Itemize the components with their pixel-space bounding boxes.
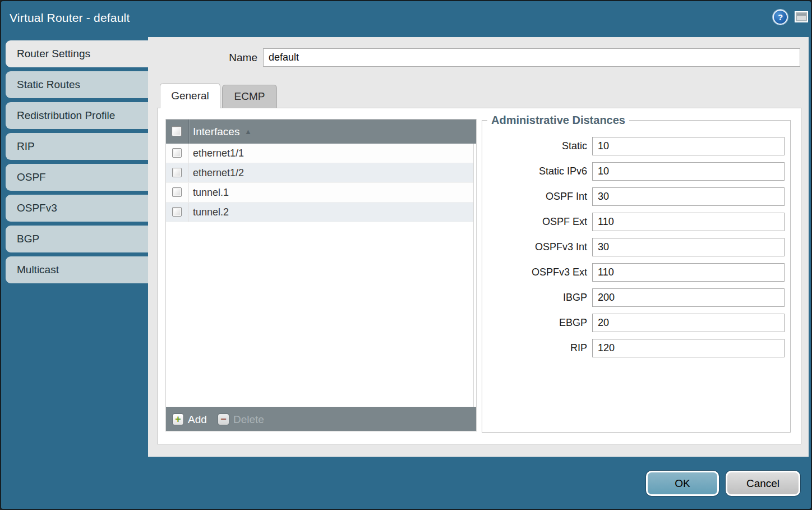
table-row[interactable]: tunnel.1 bbox=[166, 183, 476, 203]
select-all-checkbox[interactable] bbox=[172, 126, 182, 136]
virtual-router-dialog: Virtual Router - default ? Router Settin… bbox=[0, 0, 812, 510]
ok-button[interactable]: OK bbox=[646, 471, 719, 496]
field-row-ebgp: EBGP bbox=[482, 314, 785, 332]
ospf-ext-input[interactable] bbox=[592, 213, 785, 231]
field-label: Static IPv6 bbox=[482, 166, 592, 177]
window-icon-inner bbox=[797, 13, 806, 20]
field-row-static: Static bbox=[482, 137, 785, 155]
sidebar-item-ospf[interactable]: OSPF bbox=[6, 164, 149, 191]
field-row-ibgp: IBGP bbox=[482, 288, 785, 307]
field-label: IBGP bbox=[482, 292, 592, 304]
sort-ascending-icon[interactable]: ▲ bbox=[244, 120, 252, 144]
delete-button[interactable]: −Delete bbox=[218, 407, 264, 431]
column-divider bbox=[188, 163, 189, 182]
sidebar-item-bgp[interactable]: BGP bbox=[6, 226, 149, 252]
table-row[interactable]: ethernet1/1 bbox=[166, 144, 476, 163]
ebgp-input[interactable] bbox=[592, 314, 785, 332]
rip-input[interactable] bbox=[592, 339, 785, 357]
plus-icon: + bbox=[172, 413, 184, 425]
interfaces-table-footer: +Add −Delete bbox=[166, 407, 476, 431]
field-label: OSPFv3 Int bbox=[482, 241, 592, 253]
field-row-ospf-ext: OSPF Ext bbox=[482, 213, 785, 231]
interfaces-table-body: ethernet1/1ethernet1/2tunnel.1tunnel.2 bbox=[166, 144, 476, 222]
column-divider bbox=[188, 183, 189, 202]
table-row[interactable]: tunnel.2 bbox=[166, 203, 476, 222]
sidebar-item-multicast[interactable]: Multicast bbox=[6, 256, 149, 283]
row-checkbox[interactable] bbox=[172, 148, 182, 158]
row-checkbox[interactable] bbox=[172, 187, 182, 197]
ospfv3-int-input[interactable] bbox=[592, 238, 785, 256]
field-row-ospfv3-ext: OSPFv3 Ext bbox=[482, 263, 785, 282]
content-area: Name General ECMP Interfaces ▲ ethernet1… bbox=[148, 37, 809, 457]
sidebar-item-ospfv3[interactable]: OSPFv3 bbox=[6, 195, 149, 222]
interfaces-table-header: Interfaces ▲ bbox=[166, 120, 476, 144]
general-tab-panel: Interfaces ▲ ethernet1/1ethernet1/2tunne… bbox=[157, 108, 801, 444]
sidebar-item-static-routes[interactable]: Static Routes bbox=[6, 71, 149, 98]
row-checkbox[interactable] bbox=[172, 207, 182, 217]
minus-icon: − bbox=[218, 413, 229, 425]
field-label: EBGP bbox=[482, 317, 592, 329]
interface-name: ethernet1/2 bbox=[193, 163, 244, 183]
interfaces-table: Interfaces ▲ ethernet1/1ethernet1/2tunne… bbox=[165, 119, 477, 431]
dialog-title: Virtual Router - default bbox=[10, 11, 130, 25]
static-ipv6-input[interactable] bbox=[592, 162, 785, 181]
table-row[interactable]: ethernet1/2 bbox=[166, 163, 476, 183]
interface-name: tunnel.1 bbox=[193, 183, 229, 203]
administrative-distances-group: Administrative Distances StaticStatic IP… bbox=[482, 114, 791, 433]
column-divider bbox=[188, 120, 189, 144]
window-icon[interactable] bbox=[795, 11, 808, 22]
sidebar: Router SettingsStatic RoutesRedistributi… bbox=[6, 40, 149, 287]
interface-name: ethernet1/1 bbox=[193, 144, 244, 163]
admin-distance-fields: StaticStatic IPv6OSPF IntOSPF ExtOSPFv3 … bbox=[482, 137, 785, 357]
static-input[interactable] bbox=[592, 137, 785, 155]
sidebar-item-router-settings[interactable]: Router Settings bbox=[6, 40, 149, 67]
field-label: OSPF Ext bbox=[482, 216, 592, 228]
field-row-ospf-int: OSPF Int bbox=[482, 187, 785, 206]
sidebar-item-rip[interactable]: RIP bbox=[6, 133, 149, 160]
name-label: Name bbox=[204, 48, 257, 67]
tab-general[interactable]: General bbox=[160, 83, 220, 108]
field-label: Static bbox=[482, 140, 592, 152]
name-input[interactable] bbox=[263, 48, 800, 67]
column-divider bbox=[188, 144, 189, 163]
field-label: OSPFv3 Ext bbox=[482, 267, 592, 278]
table-scrollbar[interactable] bbox=[473, 144, 476, 407]
add-button-label: Add bbox=[188, 407, 207, 431]
field-row-ospfv3-int: OSPFv3 Int bbox=[482, 238, 785, 256]
ospf-int-input[interactable] bbox=[592, 187, 785, 206]
title-bar: Virtual Router - default ? bbox=[1, 1, 811, 37]
administrative-distances-legend: Administrative Distances bbox=[487, 114, 629, 127]
row-checkbox[interactable] bbox=[172, 168, 182, 177]
field-label: RIP bbox=[482, 342, 592, 354]
cancel-button[interactable]: Cancel bbox=[726, 471, 800, 496]
ospfv3-ext-input[interactable] bbox=[592, 263, 785, 282]
sidebar-item-redistribution-profile[interactable]: Redistribution Profile bbox=[6, 102, 149, 129]
interfaces-column-header[interactable]: Interfaces bbox=[193, 120, 239, 144]
delete-button-label: Delete bbox=[233, 407, 264, 431]
add-button[interactable]: +Add bbox=[172, 407, 207, 431]
field-row-static-ipv6: Static IPv6 bbox=[482, 162, 785, 181]
interface-name: tunnel.2 bbox=[193, 203, 229, 222]
ibgp-input[interactable] bbox=[592, 288, 785, 307]
field-label: OSPF Int bbox=[482, 191, 592, 203]
field-row-rip: RIP bbox=[482, 339, 785, 357]
tab-ecmp[interactable]: ECMP bbox=[222, 85, 277, 108]
column-divider bbox=[188, 203, 189, 222]
help-icon[interactable]: ? bbox=[773, 10, 788, 25]
